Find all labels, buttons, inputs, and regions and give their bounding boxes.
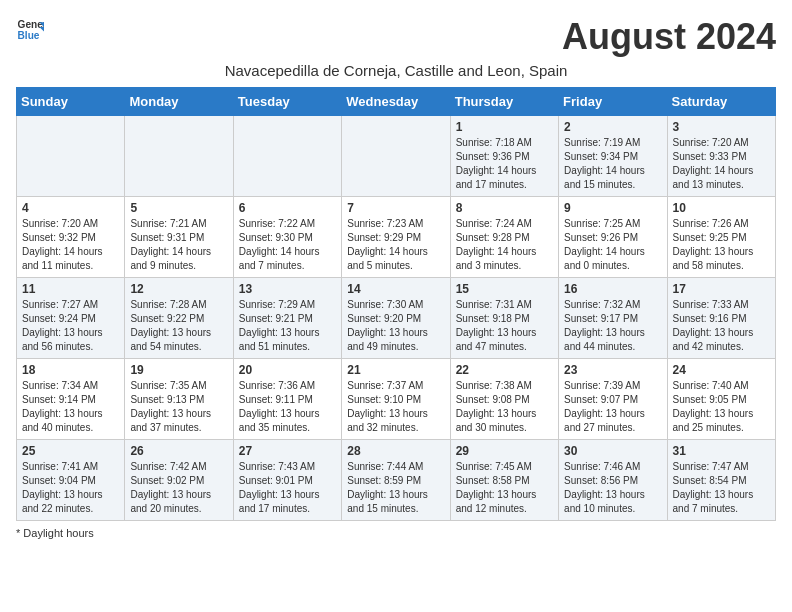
day-info: Sunrise: 7:46 AM Sunset: 8:56 PM Dayligh… xyxy=(564,460,661,516)
day-info: Sunrise: 7:20 AM Sunset: 9:32 PM Dayligh… xyxy=(22,217,119,273)
day-number: 4 xyxy=(22,201,119,215)
day-info: Sunrise: 7:21 AM Sunset: 9:31 PM Dayligh… xyxy=(130,217,227,273)
week-row-3: 11Sunrise: 7:27 AM Sunset: 9:24 PM Dayli… xyxy=(17,278,776,359)
day-info: Sunrise: 7:40 AM Sunset: 9:05 PM Dayligh… xyxy=(673,379,770,435)
day-cell: 29Sunrise: 7:45 AM Sunset: 8:58 PM Dayli… xyxy=(450,440,558,521)
day-number: 2 xyxy=(564,120,661,134)
day-cell xyxy=(125,116,233,197)
day-cell: 20Sunrise: 7:36 AM Sunset: 9:11 PM Dayli… xyxy=(233,359,341,440)
day-info: Sunrise: 7:19 AM Sunset: 9:34 PM Dayligh… xyxy=(564,136,661,192)
day-number: 12 xyxy=(130,282,227,296)
day-number: 22 xyxy=(456,363,553,377)
day-cell: 1Sunrise: 7:18 AM Sunset: 9:36 PM Daylig… xyxy=(450,116,558,197)
subtitle: Navacepedilla de Corneja, Castille and L… xyxy=(16,62,776,79)
day-cell: 7Sunrise: 7:23 AM Sunset: 9:29 PM Daylig… xyxy=(342,197,450,278)
footer-note-text: Daylight hours xyxy=(23,527,93,539)
calendar-table: SundayMondayTuesdayWednesdayThursdayFrid… xyxy=(16,87,776,521)
day-info: Sunrise: 7:30 AM Sunset: 9:20 PM Dayligh… xyxy=(347,298,444,354)
day-number: 11 xyxy=(22,282,119,296)
day-number: 26 xyxy=(130,444,227,458)
day-cell: 13Sunrise: 7:29 AM Sunset: 9:21 PM Dayli… xyxy=(233,278,341,359)
day-cell xyxy=(233,116,341,197)
footer-note: * Daylight hours xyxy=(16,527,776,539)
day-info: Sunrise: 7:43 AM Sunset: 9:01 PM Dayligh… xyxy=(239,460,336,516)
day-info: Sunrise: 7:25 AM Sunset: 9:26 PM Dayligh… xyxy=(564,217,661,273)
day-number: 18 xyxy=(22,363,119,377)
day-info: Sunrise: 7:27 AM Sunset: 9:24 PM Dayligh… xyxy=(22,298,119,354)
day-cell: 2Sunrise: 7:19 AM Sunset: 9:34 PM Daylig… xyxy=(559,116,667,197)
day-number: 17 xyxy=(673,282,770,296)
day-number: 5 xyxy=(130,201,227,215)
day-cell: 6Sunrise: 7:22 AM Sunset: 9:30 PM Daylig… xyxy=(233,197,341,278)
day-number: 10 xyxy=(673,201,770,215)
day-info: Sunrise: 7:32 AM Sunset: 9:17 PM Dayligh… xyxy=(564,298,661,354)
day-info: Sunrise: 7:18 AM Sunset: 9:36 PM Dayligh… xyxy=(456,136,553,192)
day-cell: 12Sunrise: 7:28 AM Sunset: 9:22 PM Dayli… xyxy=(125,278,233,359)
weekday-monday: Monday xyxy=(125,88,233,116)
day-cell: 3Sunrise: 7:20 AM Sunset: 9:33 PM Daylig… xyxy=(667,116,775,197)
day-cell: 30Sunrise: 7:46 AM Sunset: 8:56 PM Dayli… xyxy=(559,440,667,521)
day-number: 8 xyxy=(456,201,553,215)
weekday-friday: Friday xyxy=(559,88,667,116)
day-number: 1 xyxy=(456,120,553,134)
day-cell: 8Sunrise: 7:24 AM Sunset: 9:28 PM Daylig… xyxy=(450,197,558,278)
day-cell: 14Sunrise: 7:30 AM Sunset: 9:20 PM Dayli… xyxy=(342,278,450,359)
day-info: Sunrise: 7:20 AM Sunset: 9:33 PM Dayligh… xyxy=(673,136,770,192)
weekday-wednesday: Wednesday xyxy=(342,88,450,116)
day-cell: 22Sunrise: 7:38 AM Sunset: 9:08 PM Dayli… xyxy=(450,359,558,440)
weekday-header-row: SundayMondayTuesdayWednesdayThursdayFrid… xyxy=(17,88,776,116)
day-cell: 24Sunrise: 7:40 AM Sunset: 9:05 PM Dayli… xyxy=(667,359,775,440)
day-cell: 17Sunrise: 7:33 AM Sunset: 9:16 PM Dayli… xyxy=(667,278,775,359)
day-info: Sunrise: 7:39 AM Sunset: 9:07 PM Dayligh… xyxy=(564,379,661,435)
day-cell: 21Sunrise: 7:37 AM Sunset: 9:10 PM Dayli… xyxy=(342,359,450,440)
day-cell: 9Sunrise: 7:25 AM Sunset: 9:26 PM Daylig… xyxy=(559,197,667,278)
day-number: 14 xyxy=(347,282,444,296)
weekday-tuesday: Tuesday xyxy=(233,88,341,116)
day-cell: 26Sunrise: 7:42 AM Sunset: 9:02 PM Dayli… xyxy=(125,440,233,521)
day-number: 19 xyxy=(130,363,227,377)
svg-text:General: General xyxy=(18,19,44,30)
day-info: Sunrise: 7:22 AM Sunset: 9:30 PM Dayligh… xyxy=(239,217,336,273)
weekday-thursday: Thursday xyxy=(450,88,558,116)
day-cell: 25Sunrise: 7:41 AM Sunset: 9:04 PM Dayli… xyxy=(17,440,125,521)
day-cell: 11Sunrise: 7:27 AM Sunset: 9:24 PM Dayli… xyxy=(17,278,125,359)
day-cell: 15Sunrise: 7:31 AM Sunset: 9:18 PM Dayli… xyxy=(450,278,558,359)
calendar-body: 1Sunrise: 7:18 AM Sunset: 9:36 PM Daylig… xyxy=(17,116,776,521)
day-number: 20 xyxy=(239,363,336,377)
day-number: 7 xyxy=(347,201,444,215)
day-number: 3 xyxy=(673,120,770,134)
day-cell: 18Sunrise: 7:34 AM Sunset: 9:14 PM Dayli… xyxy=(17,359,125,440)
day-cell: 19Sunrise: 7:35 AM Sunset: 9:13 PM Dayli… xyxy=(125,359,233,440)
day-info: Sunrise: 7:42 AM Sunset: 9:02 PM Dayligh… xyxy=(130,460,227,516)
day-info: Sunrise: 7:33 AM Sunset: 9:16 PM Dayligh… xyxy=(673,298,770,354)
day-number: 15 xyxy=(456,282,553,296)
day-number: 31 xyxy=(673,444,770,458)
header: General Blue General Blue August 2024 xyxy=(16,16,776,58)
day-cell: 16Sunrise: 7:32 AM Sunset: 9:17 PM Dayli… xyxy=(559,278,667,359)
day-cell: 31Sunrise: 7:47 AM Sunset: 8:54 PM Dayli… xyxy=(667,440,775,521)
day-number: 13 xyxy=(239,282,336,296)
day-cell: 10Sunrise: 7:26 AM Sunset: 9:25 PM Dayli… xyxy=(667,197,775,278)
day-cell xyxy=(342,116,450,197)
day-number: 6 xyxy=(239,201,336,215)
day-number: 23 xyxy=(564,363,661,377)
week-row-2: 4Sunrise: 7:20 AM Sunset: 9:32 PM Daylig… xyxy=(17,197,776,278)
day-cell: 27Sunrise: 7:43 AM Sunset: 9:01 PM Dayli… xyxy=(233,440,341,521)
day-cell: 28Sunrise: 7:44 AM Sunset: 8:59 PM Dayli… xyxy=(342,440,450,521)
day-info: Sunrise: 7:28 AM Sunset: 9:22 PM Dayligh… xyxy=(130,298,227,354)
weekday-saturday: Saturday xyxy=(667,88,775,116)
day-cell: 23Sunrise: 7:39 AM Sunset: 9:07 PM Dayli… xyxy=(559,359,667,440)
day-info: Sunrise: 7:37 AM Sunset: 9:10 PM Dayligh… xyxy=(347,379,444,435)
day-info: Sunrise: 7:26 AM Sunset: 9:25 PM Dayligh… xyxy=(673,217,770,273)
month-title: August 2024 xyxy=(562,16,776,58)
day-number: 16 xyxy=(564,282,661,296)
logo: General Blue General Blue xyxy=(16,16,44,44)
day-info: Sunrise: 7:29 AM Sunset: 9:21 PM Dayligh… xyxy=(239,298,336,354)
day-info: Sunrise: 7:44 AM Sunset: 8:59 PM Dayligh… xyxy=(347,460,444,516)
week-row-4: 18Sunrise: 7:34 AM Sunset: 9:14 PM Dayli… xyxy=(17,359,776,440)
day-number: 28 xyxy=(347,444,444,458)
day-info: Sunrise: 7:38 AM Sunset: 9:08 PM Dayligh… xyxy=(456,379,553,435)
week-row-5: 25Sunrise: 7:41 AM Sunset: 9:04 PM Dayli… xyxy=(17,440,776,521)
day-info: Sunrise: 7:45 AM Sunset: 8:58 PM Dayligh… xyxy=(456,460,553,516)
day-number: 30 xyxy=(564,444,661,458)
